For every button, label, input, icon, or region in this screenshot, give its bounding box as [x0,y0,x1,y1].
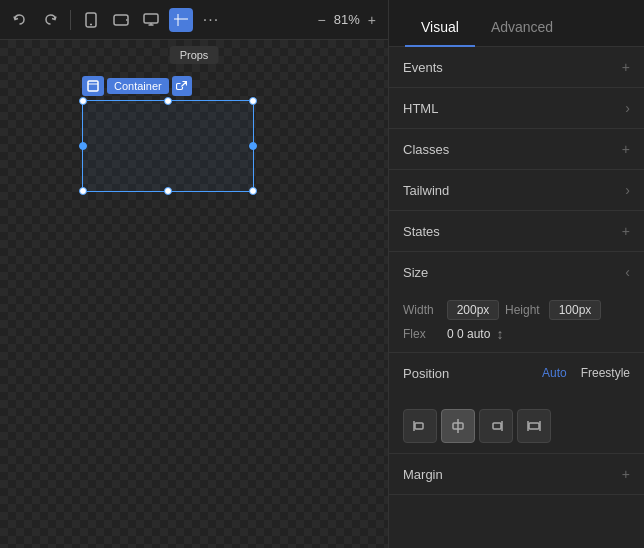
classes-title: Classes [403,142,449,157]
html-title: HTML [403,101,438,116]
zoom-controls: − 81% + [314,10,380,30]
position-section: Position Auto Freestyle [389,353,644,454]
tablet-icon[interactable] [109,8,133,32]
svg-rect-2 [114,15,128,25]
container-element[interactable]: Container [82,100,254,192]
classes-add-icon[interactable]: + [622,141,630,157]
handle-bot-right[interactable] [249,187,257,195]
margin-header[interactable]: Margin + [389,454,644,494]
size-section: Size ‹ Width 200px Height 100px Flex 0 0… [389,252,644,353]
tailwind-chevron-icon[interactable]: › [625,182,630,198]
handle-mid-left[interactable] [79,142,87,150]
right-panel: Visual Advanced Events + HTML › Classes … [388,0,644,548]
undo-button[interactable] [8,8,32,32]
states-add-icon[interactable]: + [622,223,630,239]
zoom-percent: 81% [334,12,360,27]
width-input[interactable]: 200px [447,300,499,320]
states-section: States + [389,211,644,252]
states-title: States [403,224,440,239]
events-header[interactable]: Events + [389,47,644,87]
handle-bot-mid[interactable] [164,187,172,195]
layout-icon[interactable] [169,8,193,32]
handle-top-mid[interactable] [164,97,172,105]
width-label: Width [403,303,441,317]
classes-header[interactable]: Classes + [389,129,644,169]
handle-bot-left[interactable] [79,187,87,195]
canvas-area: ··· − 81% + Props Container [0,0,388,548]
container-box[interactable] [82,100,254,192]
position-header[interactable]: Position Auto Freestyle [389,353,644,393]
events-section: Events + [389,47,644,88]
html-header[interactable]: HTML › [389,88,644,128]
height-input[interactable]: 100px [549,300,601,320]
flex-direction-icon[interactable]: ↕ [496,326,503,342]
toolbar: ··· − 81% + [0,0,388,40]
zoom-minus-button[interactable]: − [314,10,330,30]
size-header[interactable]: Size ‹ [389,252,644,292]
separator-1 [70,10,71,30]
states-header[interactable]: States + [389,211,644,251]
handle-top-right[interactable] [249,97,257,105]
container-icon [82,76,104,96]
margin-add-icon[interactable]: + [622,466,630,482]
size-content: Width 200px Height 100px Flex 0 0 auto ↕ [389,292,644,352]
height-label: Height [505,303,543,317]
svg-rect-10 [88,81,98,91]
align-right-button[interactable] [479,409,513,443]
redo-button[interactable] [38,8,62,32]
canvas[interactable]: Props Container [0,40,388,548]
tailwind-header[interactable]: Tailwind › [389,170,644,210]
position-title: Position [403,366,449,381]
container-label-bar: Container [82,76,192,96]
size-chevron-icon[interactable]: ‹ [625,264,630,280]
handle-top-left[interactable] [79,97,87,105]
desktop-icon[interactable] [139,8,163,32]
container-link-icon[interactable] [172,76,192,96]
flex-label: Flex [403,327,441,341]
position-content [389,393,644,453]
container-label[interactable]: Container [107,78,169,94]
position-auto[interactable]: Auto [542,366,567,380]
flex-row: Flex 0 0 auto ↕ [403,326,630,342]
align-left-button[interactable] [403,409,437,443]
flex-value: 0 0 auto [447,327,490,341]
align-center-button[interactable] [441,409,475,443]
svg-rect-17 [493,423,501,429]
align-buttons-row [403,409,630,443]
mobile-icon[interactable] [79,8,103,32]
size-title: Size [403,265,428,280]
props-tooltip: Props [170,46,219,64]
panel-tabs: Visual Advanced [389,0,644,47]
tailwind-title: Tailwind [403,183,449,198]
position-freestyle[interactable]: Freestyle [581,366,630,380]
svg-rect-7 [174,14,188,26]
tab-advanced[interactable]: Advanced [475,9,569,47]
align-stretch-button[interactable] [517,409,551,443]
html-section: HTML › [389,88,644,129]
more-icon[interactable]: ··· [199,8,223,32]
classes-section: Classes + [389,129,644,170]
tab-visual[interactable]: Visual [405,9,475,47]
tailwind-section: Tailwind › [389,170,644,211]
zoom-plus-button[interactable]: + [364,10,380,30]
width-row: Width 200px Height 100px [403,300,630,320]
margin-title: Margin [403,467,443,482]
handle-mid-right[interactable] [249,142,257,150]
svg-rect-13 [415,423,423,429]
events-add-icon[interactable]: + [622,59,630,75]
svg-rect-20 [529,423,539,429]
events-title: Events [403,60,443,75]
html-chevron-icon[interactable]: › [625,100,630,116]
margin-section: Margin + [389,454,644,495]
svg-rect-4 [144,14,158,23]
